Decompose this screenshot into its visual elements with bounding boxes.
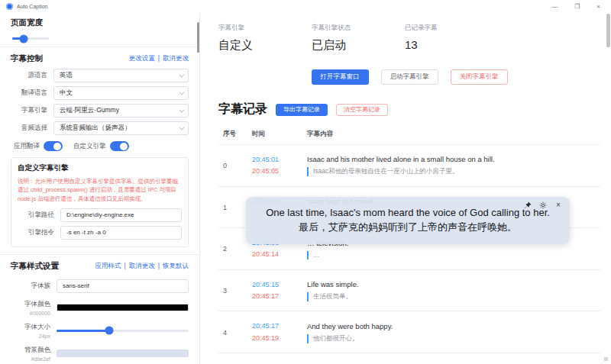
clear-records-button[interactable]: 清空字幕记录 [336, 104, 388, 116]
stat-engine-label: 字幕引擎 [218, 24, 312, 33]
sidebar-scrollbar[interactable] [197, 22, 199, 53]
custom-engine-label: 自定义引擎 [73, 142, 106, 151]
row-chinese: … [307, 251, 594, 260]
stat-engine-value: 自定义 [218, 38, 312, 53]
font-size-slider[interactable] [57, 330, 189, 332]
start-engine-button[interactable]: 启动字幕引擎 [381, 69, 438, 85]
overlay-close-icon[interactable]: × [554, 201, 562, 209]
font-color-hex: #000000 [30, 311, 50, 316]
source-language-value: 英语 [60, 71, 179, 80]
row-chinese: Isaac和他的母亲独自住在一座小山上的小房子里。 [307, 167, 594, 176]
main-panel: 字幕引擎 自定义 字幕引擎状态 已启动 已记录字幕 13 打开字幕窗口 启动字幕… [200, 13, 611, 364]
target-language-label: 翻译语言 [11, 89, 47, 98]
audio-source-select[interactable]: 系统音频输出（扬声器） [53, 121, 189, 135]
scrollbar-corner [604, 357, 608, 361]
row-english: And they were both happy. [307, 322, 594, 330]
chevron-down-icon [179, 124, 184, 130]
font-color-label: 字体颜色 [24, 300, 50, 309]
row-content: Life was simple. 生活很简单。 [307, 280, 600, 301]
font-size-value: 24px [39, 333, 50, 339]
subtitle-overlay-window[interactable]: × One last time, Isaac's mom heard the v… [246, 197, 570, 244]
row-time: 20:45:15 20:45:17 [252, 279, 307, 303]
row-time-end: 20:45:17 [252, 291, 307, 302]
col-index: 序号 [218, 130, 252, 139]
bg-color-swatch[interactable] [57, 350, 189, 357]
gear-icon[interactable] [539, 201, 547, 209]
source-language-label: 源语言 [11, 71, 47, 80]
open-caption-window-button[interactable]: 打开字幕窗口 [312, 69, 369, 85]
chevron-down-icon [179, 72, 184, 77]
row-time-start: 20:45:17 [252, 321, 307, 332]
app-logo-icon [6, 3, 13, 10]
engine-args-input[interactable] [60, 226, 182, 240]
main-scrollbar[interactable] [606, 14, 610, 47]
divider [0, 254, 199, 255]
row-time-start: 20:45:01 [252, 154, 307, 166]
source-language-select[interactable]: 英语 [53, 69, 189, 82]
custom-engine-toggle[interactable] [110, 141, 129, 151]
records-title: 字幕记录 [218, 101, 267, 118]
table-row[interactable]: 3 20:45:15 20:45:17 Life was simple. 生活很… [218, 270, 600, 312]
reset-style-link[interactable]: 恢复默认 [155, 262, 189, 271]
font-color-swatch[interactable] [57, 304, 189, 311]
font-family-input[interactable] [57, 279, 189, 293]
row-index: 2 [218, 245, 252, 253]
apply-translation-toggle[interactable] [44, 141, 63, 151]
settings-sidebar: 页面宽度 字幕控制 更改设置 取消更改 源语言 英语 翻译语言 [0, 13, 200, 364]
table-row[interactable]: 0 20:45:01 20:45:05 Isaac and his mother… [218, 145, 600, 187]
records-table-header: 序号 时间 字幕内容 [218, 124, 600, 145]
target-language-value: 中文 [60, 89, 179, 98]
titlebar: Auto Caption — ❐ × [0, 0, 611, 13]
custom-engine-note: 说明：允许用户使用自定义字幕引擎提供字幕。提供的引擎要能通过 child_pro… [18, 177, 182, 203]
engine-path-label: 引擎路径 [18, 211, 54, 220]
stat-status-value: 已启动 [312, 38, 405, 53]
chevron-down-icon [179, 107, 184, 112]
page-width-slider[interactable] [12, 37, 49, 40]
divider [0, 47, 199, 47]
caption-engine-select[interactable]: 云端·阿里云·Gummy [53, 104, 189, 118]
row-time-end: 20:45:19 [252, 333, 307, 344]
row-index: 4 [218, 329, 252, 337]
records-table: 序号 时间 字幕内容 0 20:45:01 20:45:05 Isaac and… [218, 124, 600, 364]
row-chinese: 生活很简单。 [307, 292, 594, 301]
app-title: Auto Caption [17, 4, 47, 9]
app-window: Auto Caption — ❐ × 页面宽度 字幕控制 更改设置 取消更改 [0, 0, 611, 364]
table-row[interactable]: 4 20:45:17 20:45:19 And they were both h… [218, 311, 600, 353]
pin-icon[interactable] [524, 201, 532, 209]
engine-args-label: 引擎指令 [18, 228, 54, 237]
maximize-icon[interactable]: ❐ [574, 4, 580, 10]
row-time-end: 20:45:14 [252, 249, 307, 260]
records-body: 0 20:45:01 20:45:05 Isaac and his mother… [218, 145, 600, 364]
audio-source-value: 系统音频输出（扬声器） [60, 124, 179, 133]
font-size-label: 字体大小 [24, 323, 50, 332]
stop-engine-button[interactable]: 关闭字幕引擎 [451, 69, 508, 85]
overlay-chinese-text: 最后，艾萨克的妈妈听到了上帝的声音在呼唤她。 [246, 221, 570, 234]
col-content: 字幕内容 [307, 130, 600, 139]
minimize-icon[interactable]: — [551, 4, 558, 10]
close-icon[interactable]: × [596, 4, 600, 10]
apply-style-link[interactable]: 应用样式 [95, 262, 121, 271]
engine-select-label: 字幕引擎 [11, 106, 47, 115]
bg-color-hex: #dbe2ef [31, 356, 50, 362]
cancel-settings-link[interactable]: 取消更改 [155, 54, 189, 63]
font-family-label: 字体族 [31, 282, 51, 291]
row-content: Isaac and his mother lived alone in a sm… [307, 155, 600, 176]
table-row[interactable]: 5 20:45:20 20:45:25 That was until the d… [218, 353, 600, 364]
apply-translation-label: 应用翻译 [14, 142, 40, 151]
style-settings-title: 字幕样式设置 [11, 261, 59, 272]
stat-status-label: 字幕引擎状态 [312, 24, 405, 33]
cancel-style-link[interactable]: 取消更改 [121, 262, 155, 271]
row-time: 20:45:17 20:45:19 [252, 321, 307, 344]
row-time-end: 20:45:05 [252, 166, 307, 177]
overlay-english-text: One last time, Isaac's mom heard the voi… [246, 207, 570, 218]
row-chinese: 他们都很开心。 [307, 334, 594, 343]
bg-color-label: 背景颜色 [24, 346, 50, 355]
target-language-select[interactable]: 中文 [53, 86, 189, 100]
custom-engine-title: 自定义字幕引擎 [18, 163, 182, 173]
row-time: 20:45:01 20:45:05 [252, 154, 307, 178]
apply-settings-link[interactable]: 更改设置 [129, 54, 155, 63]
stat-count-value: 13 [405, 38, 498, 51]
engine-path-input[interactable] [60, 208, 182, 222]
row-index: 3 [218, 287, 252, 295]
export-records-button[interactable]: 导出字幕记录 [276, 104, 328, 116]
